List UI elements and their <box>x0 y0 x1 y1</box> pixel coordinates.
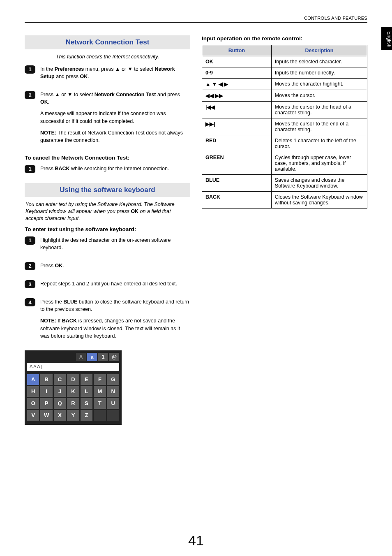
t: or <box>60 92 67 97</box>
left-column: Network Connection Test This function ch… <box>25 35 190 540</box>
swkbd-key: Q <box>54 398 66 409</box>
description-cell: Moves the cursor to the head of a charac… <box>271 102 367 118</box>
t: Highlight the desired character on the o… <box>40 236 190 251</box>
swkbd-tab-lower: a <box>87 353 97 361</box>
table-row: ◀◀ ▶▶Moves the cursor. <box>202 90 367 102</box>
table-row: REDDeletes 1 character to the left of th… <box>202 135 367 152</box>
down-arrow-icon: ▼ <box>67 92 72 97</box>
swkbd-key: U <box>107 398 119 409</box>
swkbd-key: N <box>107 386 119 397</box>
t: If <box>56 318 62 324</box>
software-keyboard-figure: A a 1 @ A A A | ABCDEFGHIJKLMNOPQRSTUVWX… <box>25 350 122 425</box>
enter-text-heading: To enter text using the software keyboar… <box>25 226 190 232</box>
button-cell: BLUE <box>202 175 272 192</box>
header-section-label: CONTROLS AND FEATURES <box>304 16 367 21</box>
page-number: 41 <box>0 533 392 549</box>
step-body: Highlight the desired character on the o… <box>40 236 190 255</box>
swkbd-key: X <box>54 410 66 421</box>
t: Press <box>40 92 55 97</box>
step-body: Press OK. <box>40 262 190 273</box>
swkbd-key: B <box>40 374 52 385</box>
step-row: 2 Press OK. <box>25 262 190 273</box>
step-badge: 4 <box>25 298 35 306</box>
description-cell: Moves the character highlight. <box>271 79 367 90</box>
step-body: Press BACK while searching for the Inter… <box>40 165 190 176</box>
ok-label: OK <box>80 74 88 79</box>
table-row: BLUESaves changes and closes the Softwar… <box>202 175 367 192</box>
section1-intro: This function checks the Internet connec… <box>28 53 187 60</box>
ok-label: OK <box>55 263 62 269</box>
step-body: In the Preferences menu, press ▲ or ▼ to… <box>40 65 190 84</box>
t: or <box>120 66 127 72</box>
step-row: 2 Press ▲ or ▼ to select Network Connect… <box>25 91 190 148</box>
note-text: The result of Network Connection Test do… <box>40 130 183 143</box>
button-cell: ▲ ▼ ◀ ▶ <box>202 79 272 90</box>
table-row: ▶▶|Moves the cursor to the end of a char… <box>202 118 367 135</box>
t: . <box>48 99 49 105</box>
header-rule <box>25 22 367 23</box>
swkbd-key: E <box>81 374 92 385</box>
t: Repeat steps 1 and 2 until you have ente… <box>40 280 190 287</box>
t: Press the <box>40 299 63 305</box>
swkbd-key: L <box>81 386 92 397</box>
button-cell: 0-9 <box>202 67 272 79</box>
table-row: GREENCycles through upper case, lower ca… <box>202 152 367 175</box>
description-cell: Saves changes and closes the Software Ke… <box>271 175 367 192</box>
swkbd-key: S <box>81 398 92 409</box>
t: to select <box>133 66 155 72</box>
swkbd-tab-num: 1 <box>98 353 108 361</box>
swkbd-key: K <box>67 386 79 397</box>
swkbd-key: J <box>54 386 66 397</box>
network-connection-test-label: Network Connection Test <box>95 92 156 97</box>
step-badge: 2 <box>25 262 35 270</box>
step-body: Press the BLUE button to close the softw… <box>40 298 190 344</box>
swkbd-tabs: A a 1 @ <box>27 353 119 361</box>
swkbd-key: R <box>67 398 79 409</box>
th-button: Button <box>202 45 272 56</box>
swkbd-key: C <box>54 374 66 385</box>
note-label: NOTE: <box>40 130 56 136</box>
step-row: 4 Press the BLUE button to close the sof… <box>25 298 190 344</box>
description-cell: Inputs the number directly. <box>271 67 367 79</box>
swkbd-key: P <box>40 398 52 409</box>
button-cell: ◀◀ ▶▶ <box>202 90 272 102</box>
table-row: BACKCloses the Software Keyboard window … <box>202 192 367 208</box>
t: . <box>62 263 64 269</box>
table-row: |◀◀Moves the cursor to the head of a cha… <box>202 102 367 118</box>
remote-table: Button Description OKInputs the selected… <box>202 45 367 208</box>
swkbd-key: T <box>94 398 106 409</box>
step-body: Press ▲ or ▼ to select Network Connectio… <box>40 91 190 148</box>
note-label: NOTE: <box>40 318 56 324</box>
right-column: Input operation on the remote control: B… <box>202 35 367 540</box>
button-cell: GREEN <box>202 152 272 175</box>
table-row: 0-9Inputs the number directly. <box>202 67 367 79</box>
step-row: 1 Highlight the desired character on the… <box>25 236 190 255</box>
swkbd-key: A <box>27 374 39 385</box>
th-description: Description <box>271 45 367 56</box>
swkbd-key: W <box>40 410 52 421</box>
section-title-software-keyboard: Using the software keyboard <box>25 183 190 197</box>
back-label: BACK <box>62 318 77 324</box>
swkbd-key: H <box>27 386 39 397</box>
page-body: Network Connection Test This function ch… <box>25 35 367 540</box>
t: to select <box>72 92 95 97</box>
s4-note: NOTE: If BACK is pressed, changes are no… <box>40 317 190 339</box>
t: while searching for the Internet connect… <box>70 166 169 171</box>
section-title-text: Using the software keyboard <box>60 186 155 194</box>
swkbd-key: G <box>107 374 119 385</box>
t: Press <box>40 166 55 171</box>
section-title-text: Network Connection Test <box>66 38 150 46</box>
button-cell: BACK <box>202 192 272 208</box>
description-cell: Closes the Software Keyboard window with… <box>271 192 367 208</box>
step-badge: 1 <box>25 236 35 245</box>
step-badge: 3 <box>25 280 35 288</box>
t: and press <box>55 74 80 79</box>
swkbd-key: F <box>94 374 106 385</box>
up-arrow-icon: ▲ <box>55 92 60 97</box>
t: Press <box>40 263 55 269</box>
step-badge: 1 <box>25 65 35 74</box>
remote-heading: Input operation on the remote control: <box>202 35 367 42</box>
swkbd-key: O <box>27 398 39 409</box>
ok-label: OK <box>40 99 48 105</box>
description-cell: Deletes 1 character to the left of the c… <box>271 135 367 152</box>
